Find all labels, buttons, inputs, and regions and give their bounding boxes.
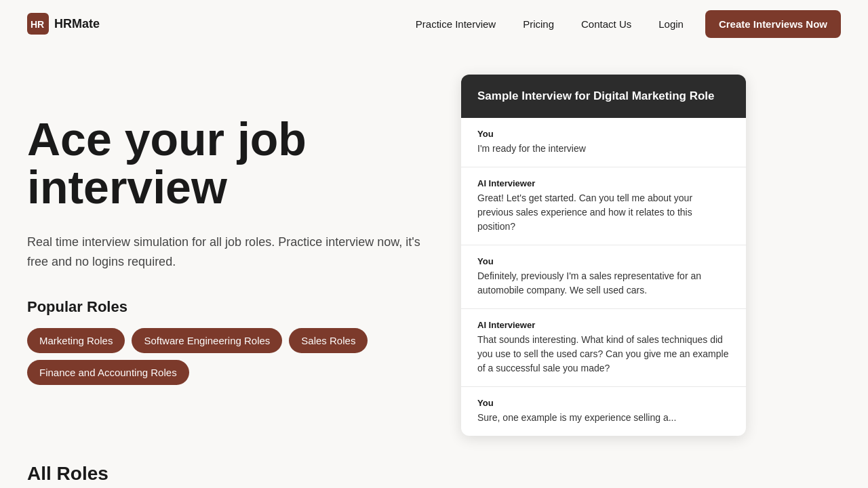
chat-sender-5: You (477, 398, 730, 408)
popular-roles-heading: Popular Roles (27, 298, 434, 316)
nav-practice-interview[interactable]: Practice Interview (405, 13, 507, 35)
chat-messages-container: You I'm ready for the interview AI Inter… (461, 118, 746, 436)
chat-header: Sample Interview for Digital Marketing R… (461, 75, 746, 118)
chat-card: Sample Interview for Digital Marketing R… (461, 75, 746, 436)
chat-message-4: AI Interviewer That sounds interesting. … (461, 309, 746, 387)
all-roles-heading: All Roles (27, 463, 841, 485)
logo-text: HRMate (54, 17, 100, 31)
chat-text-5: Sure, one example is my experience selli… (477, 411, 730, 425)
role-tag-sales[interactable]: Sales Roles (289, 328, 368, 353)
nav-login[interactable]: Login (648, 13, 694, 35)
logo[interactable]: HR HRMate (27, 13, 100, 35)
chat-text-2: Great! Let's get started. Can you tell m… (477, 191, 730, 234)
chat-message-2: AI Interviewer Great! Let's get started.… (461, 167, 746, 245)
chat-sender-3: You (477, 256, 730, 266)
chat-sender-4: AI Interviewer (477, 320, 730, 330)
role-tag-software-engineering[interactable]: Software Engineering Roles (132, 328, 282, 353)
chat-message-5: You Sure, one example is my experience s… (461, 387, 746, 436)
left-column: Ace your job interview Real time intervi… (27, 75, 434, 436)
chat-text-4: That sounds interesting. What kind of sa… (477, 333, 730, 375)
role-tag-marketing[interactable]: Marketing Roles (27, 328, 125, 353)
right-column: Sample Interview for Digital Marketing R… (461, 75, 746, 436)
logo-icon: HR (27, 13, 49, 35)
hero-subtitle: Real time interview simulation for all j… (27, 232, 434, 272)
role-tag-finance[interactable]: Finance and Accounting Roles (27, 360, 189, 385)
chat-sender-2: AI Interviewer (477, 178, 730, 188)
nav-pricing[interactable]: Pricing (512, 13, 565, 35)
all-roles-section: All Roles (0, 463, 868, 488)
svg-text:HR: HR (31, 19, 44, 30)
navbar-links: Practice Interview Pricing Contact Us Lo… (405, 10, 841, 38)
chat-text-1: I'm ready for the interview (477, 142, 730, 156)
nav-contact-us[interactable]: Contact Us (570, 13, 642, 35)
navbar: HR HRMate Practice Interview Pricing Con… (0, 0, 868, 47)
chat-message-1: You I'm ready for the interview (461, 118, 746, 167)
chat-sender-1: You (477, 129, 730, 139)
chat-text-3: Definitely, previously I'm a sales repre… (477, 269, 730, 298)
hero-title: Ace your job interview (27, 115, 434, 212)
main-content: Ace your job interview Real time intervi… (0, 47, 868, 463)
create-interviews-button[interactable]: Create Interviews Now (705, 10, 841, 38)
role-tags: Marketing Roles Software Engineering Rol… (27, 328, 434, 385)
chat-message-3: You Definitely, previously I'm a sales r… (461, 245, 746, 309)
